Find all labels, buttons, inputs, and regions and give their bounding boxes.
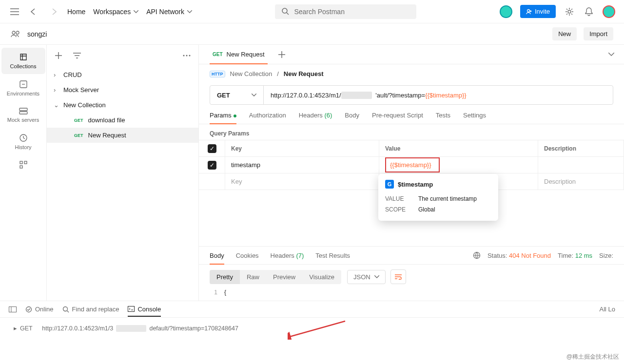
view-preview[interactable]: Preview bbox=[266, 270, 302, 284]
g-badge-icon: G bbox=[385, 180, 394, 189]
sidebar: ›CRUD ›Mock Server ⌄New Collection GETdo… bbox=[47, 45, 199, 301]
select-all-checkbox[interactable]: ✓ bbox=[208, 144, 216, 153]
crumb-request: New Request bbox=[284, 70, 324, 77]
response-tabs: Body Cookies Headers (7) Test Results St… bbox=[199, 247, 624, 265]
online-status[interactable]: Online bbox=[25, 306, 54, 313]
param-desc-placeholder[interactable]: Description bbox=[538, 173, 624, 190]
watermark: @稀土掘金技术社区 bbox=[566, 353, 619, 361]
all-logs[interactable]: All Lo bbox=[599, 306, 615, 313]
console-log-line[interactable]: ▸ GET http://127.0.0.1:4523/m1/3xdefault… bbox=[0, 318, 624, 339]
import-button[interactable]: Import bbox=[584, 27, 613, 40]
ac-scope: Global bbox=[418, 206, 435, 213]
col-desc: Description bbox=[538, 140, 624, 156]
svg-rect-9 bbox=[20, 161, 22, 164]
back-icon[interactable] bbox=[28, 6, 40, 18]
response-body[interactable]: 1{ bbox=[199, 289, 624, 301]
query-params-label: Query Params bbox=[199, 124, 624, 140]
view-pretty[interactable]: Pretty bbox=[210, 270, 240, 284]
tree-mock[interactable]: ›Mock Server bbox=[47, 82, 198, 97]
url-input[interactable]: http://127.0.0.1:4523/m1/xxx 'ault/?time… bbox=[264, 92, 613, 99]
resp-tab-test[interactable]: Test Results bbox=[315, 252, 350, 264]
lang-dropdown[interactable]: JSON bbox=[347, 270, 386, 284]
view-visualize[interactable]: Visualize bbox=[302, 270, 341, 284]
avatar-1[interactable] bbox=[500, 5, 512, 18]
add-icon[interactable] bbox=[53, 50, 64, 61]
svg-rect-7 bbox=[20, 112, 27, 114]
svg-point-0 bbox=[282, 8, 287, 13]
search-input[interactable]: Search Postman bbox=[275, 4, 416, 19]
tree-new-request[interactable]: GETNew Request bbox=[47, 128, 198, 143]
menu-icon[interactable] bbox=[9, 6, 20, 18]
svg-point-13 bbox=[186, 55, 188, 57]
invite-button[interactable]: Invite bbox=[520, 5, 556, 18]
new-button[interactable]: New bbox=[552, 27, 577, 40]
method-dropdown[interactable]: GET bbox=[210, 86, 264, 104]
params-grid: ✓ Key Value Description ✓ timestamp {{$t… bbox=[199, 140, 624, 190]
console-tab[interactable]: Console bbox=[128, 306, 161, 317]
workspace-bar: songzi New Import bbox=[0, 23, 624, 45]
tree-new-collection[interactable]: ⌄New Collection bbox=[47, 97, 198, 113]
url-row: GET http://127.0.0.1:4523/m1/xxx 'ault/?… bbox=[210, 85, 613, 105]
tab-new-request[interactable]: GETNew Request bbox=[206, 45, 272, 64]
time-label: Time: 12 ms bbox=[558, 252, 592, 259]
status-label: Status: 404 Not Found bbox=[488, 252, 551, 259]
settings-icon[interactable] bbox=[564, 6, 575, 18]
subtab-settings[interactable]: Settings bbox=[463, 112, 486, 124]
wrap-icon[interactable] bbox=[390, 269, 406, 284]
subtab-auth[interactable]: Authorization bbox=[249, 112, 286, 124]
top-bar: Home Workspaces API Network Search Postm… bbox=[0, 0, 624, 23]
nav-api-network[interactable]: API Network bbox=[146, 8, 192, 16]
svg-point-3 bbox=[12, 31, 15, 34]
tree: ›CRUD ›Mock Server ⌄New Collection GETdo… bbox=[47, 66, 198, 144]
rail-more[interactable] bbox=[1, 156, 45, 173]
autocomplete-popup: G$timestamp VALUEThe current timestamp S… bbox=[378, 174, 498, 221]
nav-home[interactable]: Home bbox=[67, 8, 85, 16]
tree-download-file[interactable]: GETdownload file bbox=[47, 113, 198, 128]
tree-crud[interactable]: ›CRUD bbox=[47, 67, 198, 82]
http-icon: HTTP bbox=[210, 71, 225, 77]
resp-tab-cookies[interactable]: Cookies bbox=[236, 252, 259, 264]
subtab-params[interactable]: Params bbox=[210, 112, 236, 124]
subtab-tests[interactable]: Tests bbox=[436, 112, 450, 124]
svg-point-4 bbox=[16, 31, 19, 34]
footer-bar: Online Find and replace Console All Lo bbox=[0, 301, 624, 318]
col-value: Value bbox=[379, 140, 538, 156]
globe-icon[interactable] bbox=[473, 251, 481, 259]
param-key-placeholder[interactable]: Key bbox=[225, 173, 379, 190]
rail-environments[interactable]: Environments bbox=[1, 75, 45, 101]
param-value-input[interactable]: {{$timestamp}} bbox=[385, 157, 440, 172]
subtab-headers[interactable]: Headers (6) bbox=[299, 112, 332, 124]
search-placeholder: Search Postman bbox=[294, 8, 345, 16]
view-raw[interactable]: Raw bbox=[240, 270, 266, 284]
svg-rect-11 bbox=[20, 166, 22, 168]
tab-chevron-icon[interactable] bbox=[605, 49, 617, 60]
subtab-body[interactable]: Body bbox=[345, 112, 359, 124]
panel-icon[interactable] bbox=[9, 307, 17, 312]
more-icon[interactable] bbox=[181, 50, 193, 61]
crumb-collection[interactable]: New Collection bbox=[230, 70, 273, 77]
nav-workspaces[interactable]: Workspaces bbox=[93, 8, 138, 16]
bell-icon[interactable] bbox=[583, 6, 595, 18]
workspace-name[interactable]: songzi bbox=[27, 30, 47, 38]
svg-point-17 bbox=[26, 307, 32, 312]
rail-mock-servers[interactable]: Mock servers bbox=[1, 102, 45, 128]
grid-header: ✓ Key Value Description bbox=[199, 140, 624, 157]
forward-icon[interactable] bbox=[48, 6, 59, 18]
add-tab-icon[interactable] bbox=[272, 51, 292, 58]
ac-variable-name[interactable]: $timestamp bbox=[398, 181, 433, 188]
row-checkbox[interactable]: ✓ bbox=[208, 161, 216, 170]
breadcrumb: HTTP New Collection / New Request bbox=[199, 64, 624, 83]
rail-history[interactable]: History bbox=[1, 129, 45, 155]
param-key-input[interactable]: timestamp bbox=[225, 157, 379, 173]
size-label: Size: bbox=[599, 252, 613, 259]
avatar-2[interactable] bbox=[603, 5, 615, 18]
subtab-prerequest[interactable]: Pre-request Script bbox=[372, 112, 423, 124]
resp-tab-headers[interactable]: Headers (7) bbox=[271, 252, 304, 264]
param-row: ✓ timestamp {{$timestamp}} G$timestamp V… bbox=[199, 157, 624, 173]
resp-tab-body[interactable]: Body bbox=[210, 252, 224, 264]
filter-icon[interactable] bbox=[71, 50, 83, 61]
find-replace[interactable]: Find and replace bbox=[62, 306, 119, 313]
param-desc-input[interactable] bbox=[538, 157, 624, 173]
rail-collections[interactable]: Collections bbox=[1, 48, 45, 74]
response-toolbar: Pretty Raw Preview Visualize JSON bbox=[199, 265, 624, 289]
